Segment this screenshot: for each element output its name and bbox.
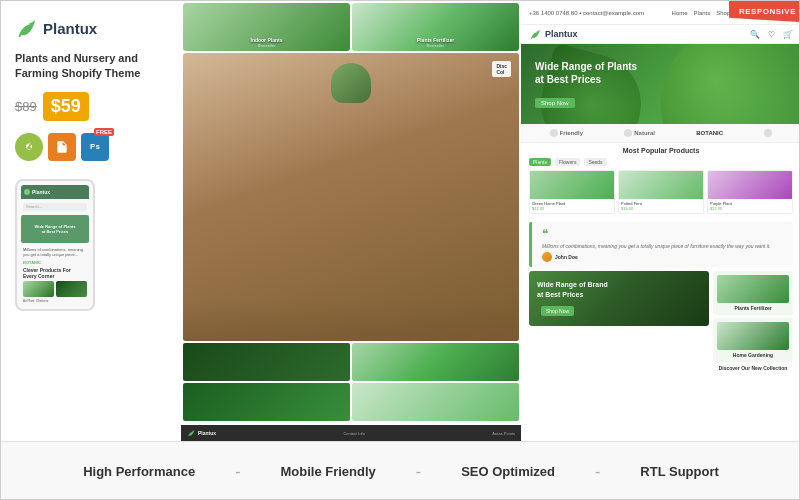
docs-badge[interactable]	[48, 133, 76, 161]
nav-item-plants[interactable]: Plants	[694, 10, 711, 16]
discover-text-overlay: Disc Col	[492, 61, 511, 77]
footer-logo: Plantux	[187, 429, 216, 437]
logo-leaf-icon	[15, 17, 37, 39]
popular-product-img-1	[530, 171, 614, 199]
search-icon[interactable]: 🔍	[750, 30, 760, 39]
mobile-product-1	[23, 281, 54, 297]
center-left-section: Indoor Plants Bestseller Plants Fertiliz…	[181, 1, 521, 441]
second-card-1: Plants Fertilizer	[713, 271, 793, 315]
website-mockup: +36 1400 0748 80 • contact@example.com H…	[521, 1, 800, 441]
discover-collection: Discover Our New Collection	[713, 365, 793, 371]
feature-seo-text: SEO Optimized	[461, 464, 555, 479]
footer-contact-label: Contact Info	[343, 431, 365, 436]
separator-3: -	[595, 463, 600, 481]
popular-product-3: Purple Plant $22.00	[707, 170, 793, 214]
testimonial-author: John Doe	[542, 252, 783, 262]
logo-area: Plantux	[15, 17, 167, 39]
second-card-img-1	[717, 275, 789, 303]
brand-natural-text: Natural	[634, 130, 655, 136]
popular-product-price-1: $12.00	[532, 206, 612, 211]
wishlist-icon[interactable]: ♡	[768, 30, 775, 39]
col-label: Col	[496, 69, 507, 75]
brand-tagline: Plants and Nursery and Farming Shopify T…	[15, 51, 167, 82]
author-avatar	[542, 252, 552, 262]
popular-product-img-2	[619, 171, 703, 199]
second-hero-image: Wide Range of Brandat Best Prices Shop N…	[529, 271, 709, 326]
second-card-2: Home Gardening	[713, 318, 793, 362]
second-hero-title: Wide Range of Brandat Best Prices	[537, 280, 608, 298]
site-logo-leaf-icon	[529, 28, 541, 40]
brand-natural: Natural	[624, 129, 655, 137]
category-grid-top: Indoor Plants Bestseller Plants Fertiliz…	[181, 1, 521, 51]
site-contact-info: +36 1400 0748 80 • contact@example.com	[529, 10, 644, 16]
category-indoor-sub: Bestseller	[258, 43, 276, 48]
nav-item-shop[interactable]: Shop	[716, 10, 730, 16]
site-secondary-header: Plantux 🔍 ♡ 🛒	[521, 25, 800, 44]
second-card-img-2	[717, 322, 789, 350]
page-wrapper: RESPONSIVE Plantux Plants and Nursery an…	[0, 0, 800, 500]
footer-brand-name: Plantux	[198, 430, 216, 436]
left-panel: Plantux Plants and Nursery and Farming S…	[1, 1, 181, 441]
footer-leaf-icon	[187, 429, 195, 437]
center-panel: Indoor Plants Bestseller Plants Fertiliz…	[181, 1, 521, 441]
mobile-product-2	[56, 281, 87, 297]
feature-mobile-friendly-text: Mobile Friendly	[280, 464, 375, 479]
mobile-hero-banner: Wide Range of Plantsat Best Prices	[21, 215, 89, 243]
brand-botanic-text: BOTANIC	[696, 130, 723, 136]
site-logo-text: Plantux	[545, 29, 578, 39]
quote-icon: ❝	[542, 227, 783, 241]
site-logo: Plantux	[529, 28, 578, 40]
second-right: Plants Fertilizer Home Gardening Discove…	[713, 271, 793, 371]
author-name: John Doe	[555, 254, 578, 260]
site-hero-title: Wide Range of Plantsat Best Prices	[535, 60, 637, 86]
brand-extra	[764, 129, 772, 137]
feature-rtl-text: RTL Support	[640, 464, 718, 479]
popular-product-info-3: Purple Plant $22.00	[708, 199, 792, 213]
popular-product-info-2: Potted Fern $18.00	[619, 199, 703, 213]
second-card-title-2: Home Gardening	[717, 352, 789, 358]
popular-product-1: Green Home Plant $12.00	[529, 170, 615, 214]
second-left: Wide Range of Brandat Best Prices Shop N…	[529, 271, 709, 371]
grid-img-light-green	[352, 383, 519, 421]
cart-icon[interactable]: 🛒	[783, 30, 793, 39]
site-hero-content: Wide Range of Plantsat Best Prices Shop …	[535, 60, 637, 109]
brand-friendly-text: Friendly	[560, 130, 583, 136]
shopify-badge[interactable]	[15, 133, 43, 161]
category-indoor: Indoor Plants Bestseller	[183, 3, 350, 51]
mobile-header: Plantux	[21, 185, 89, 199]
mobile-content: Millions of combinations, meaning you ge…	[23, 247, 87, 258]
ps-badge[interactable]: Ps FREE	[81, 133, 109, 161]
tab-flowers[interactable]: Flowers	[555, 158, 581, 166]
brand-icon-3	[764, 129, 772, 137]
category-fertilizer-sub: Bestseller	[427, 43, 445, 48]
feature-mobile-friendly: Mobile Friendly	[280, 464, 375, 479]
site-header-icons: 🔍 ♡ 🛒	[750, 30, 793, 39]
brand-botanic: BOTANIC	[696, 130, 723, 136]
badges-row: Ps FREE	[15, 133, 167, 161]
popular-product-2: Potted Fern $18.00	[618, 170, 704, 214]
most-popular-title: Most Popular Products	[529, 147, 793, 154]
right-panel: +36 1400 0748 80 • contact@example.com H…	[521, 1, 800, 441]
category-fertilizer: Plants Fertilizer Bestseller	[352, 3, 519, 51]
feature-high-performance-text: High Performance	[83, 464, 195, 479]
hands-overlay	[183, 301, 519, 341]
mobile-mockup: Plantux Search... Wide Range of Plantsat…	[15, 179, 95, 311]
old-price: $89	[15, 99, 37, 114]
responsive-badge-text: RESPONSIVE	[739, 7, 796, 16]
new-price: $59	[43, 92, 89, 121]
second-hero-content: Wide Range of Brandat Best Prices Shop N…	[537, 280, 608, 316]
site-hero-button[interactable]: Shop Now	[535, 98, 575, 108]
bottom-image-grid	[181, 343, 521, 423]
nav-item-home[interactable]: Home	[672, 10, 688, 16]
author-info: John Doe	[555, 254, 578, 260]
separator-2: -	[416, 463, 421, 481]
tab-plants[interactable]: Plants	[529, 158, 551, 166]
free-badge: FREE	[94, 128, 114, 136]
content-area: Plantux Plants and Nursery and Farming S…	[1, 1, 800, 441]
testimonial-section: ❝ Millions of combinations, meaning you …	[529, 222, 793, 267]
second-hero-btn[interactable]: Shop Now	[541, 306, 574, 316]
tab-seeds[interactable]: Seeds	[584, 158, 606, 166]
popular-product-price-2: $18.00	[621, 206, 701, 211]
main-container: Plantux Plants and Nursery and Farming S…	[1, 1, 800, 500]
price-area: $89 $59	[15, 92, 167, 121]
